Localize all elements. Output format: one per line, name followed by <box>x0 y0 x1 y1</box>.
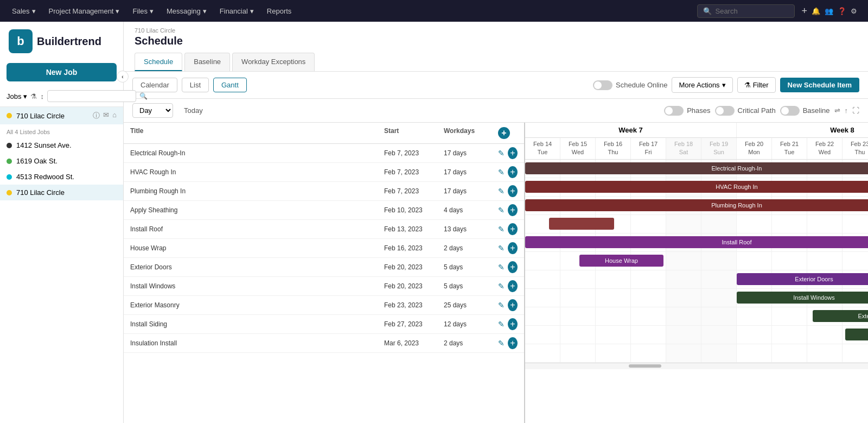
gantt-bar[interactable]: Exterior Doors <box>737 273 868 285</box>
calendar-view-button[interactable]: Calendar <box>132 78 177 92</box>
all-jobs-label: All 4 Listed Jobs <box>0 124 123 137</box>
gantt-bar[interactable] <box>549 218 614 230</box>
gantt-chart-row <box>525 326 868 344</box>
day-background <box>772 215 807 233</box>
gantt-bar[interactable]: Install Windows <box>737 292 868 304</box>
gantt-bar[interactable]: Install Roof <box>525 236 868 248</box>
scrollbar-thumb[interactable] <box>629 364 661 368</box>
gantt-bar[interactable] <box>845 329 868 340</box>
nav-messaging[interactable]: Messaging ▾ <box>161 5 212 17</box>
collapse-sidebar-button[interactable]: ‹ <box>117 71 129 83</box>
add-sub-item-button[interactable]: + <box>508 261 518 273</box>
add-sub-item-button[interactable]: + <box>508 299 518 311</box>
help-icon[interactable]: ❓ <box>838 7 846 15</box>
schedule-online-switch[interactable] <box>593 80 612 90</box>
baseline-switch[interactable] <box>780 106 800 116</box>
add-sub-item-button[interactable]: + <box>508 337 518 349</box>
settings-icon[interactable]: ⚙ <box>851 7 857 15</box>
edit-icon[interactable]: ✎ <box>498 168 505 176</box>
gantt-bar[interactable]: Plumbing Rough In <box>525 199 868 211</box>
critical-path-switch[interactable] <box>715 106 735 116</box>
day-background <box>701 307 737 325</box>
filter-button[interactable]: ⚗ Filter <box>737 77 776 93</box>
new-schedule-item-button[interactable]: New Schedule Item <box>780 78 859 92</box>
day-background <box>525 252 560 270</box>
edit-icon[interactable]: ✎ <box>498 339 505 348</box>
gantt-bar[interactable]: HVAC Rough In <box>525 181 868 193</box>
nav-files[interactable]: Files ▾ <box>127 5 158 17</box>
gantt-bar[interactable]: House Wrap <box>579 255 663 267</box>
sidebar-search-icon: 🔍 <box>139 92 148 100</box>
message-icon[interactable]: ✉ <box>103 111 109 121</box>
job-item-3[interactable]: 4513 Redwood St. <box>0 169 123 185</box>
job-item-1[interactable]: 1412 Sunset Ave. <box>0 137 123 153</box>
edit-icon[interactable]: ✎ <box>498 187 505 195</box>
edit-icon[interactable]: ✎ <box>498 149 505 157</box>
day-background <box>807 344 843 362</box>
edit-icon[interactable]: ✎ <box>498 225 505 233</box>
tab-workday-exceptions[interactable]: Workday Exceptions <box>232 53 315 71</box>
info-icon[interactable]: ⓘ <box>93 111 100 121</box>
edit-icon[interactable]: ✎ <box>498 244 505 252</box>
nav-action-icons: + 🔔 👥 ❓ ⚙ <box>797 5 861 17</box>
add-item-button[interactable]: + <box>498 127 510 139</box>
jobs-dropdown[interactable]: Jobs ▾ <box>7 92 27 100</box>
more-actions-button[interactable]: More Actions ▾ <box>672 77 732 93</box>
plus-icon[interactable]: + <box>801 5 807 17</box>
col-start: Start <box>384 127 444 139</box>
day-background <box>666 289 701 307</box>
add-sub-item-button[interactable]: + <box>508 147 518 159</box>
nav-project-management[interactable]: Project Management ▾ <box>43 5 125 17</box>
bell-icon[interactable]: 🔔 <box>812 7 820 15</box>
day-cell: Feb 18Sat <box>666 138 701 159</box>
tab-baseline[interactable]: Baseline <box>184 53 230 71</box>
add-sub-item-button[interactable]: + <box>508 185 518 197</box>
team-icon[interactable]: 👥 <box>825 7 833 15</box>
job-item-4[interactable]: 710 Lilac Circle <box>0 185 123 200</box>
sort-icon[interactable]: ↕ <box>40 92 44 100</box>
sidebar: b Buildertrend ‹ New Job Jobs ▾ ⚗ ↕ 🔍 71… <box>0 22 124 423</box>
active-job-row[interactable]: 710 Lilac Circle ⓘ ✉ ⌂ <box>0 107 123 124</box>
day-select[interactable]: Day Week Month <box>132 103 173 118</box>
edit-icon[interactable]: ✎ <box>498 206 505 214</box>
edit-icon[interactable]: ✎ <box>498 320 505 329</box>
add-sub-item-button[interactable]: + <box>508 280 518 292</box>
breadcrumb: 710 Lilac Circle <box>135 27 857 34</box>
table-row: Plumbing Rough In Feb 7, 2023 17 days ✎ … <box>124 182 524 201</box>
edit-icon[interactable]: ✎ <box>498 282 505 291</box>
edit-icon[interactable]: ✎ <box>498 263 505 272</box>
logo-icon: b <box>9 29 33 53</box>
job-item-2[interactable]: 1619 Oak St. <box>0 153 123 169</box>
list-view-button[interactable]: List <box>182 78 209 92</box>
day-background <box>525 326 560 344</box>
today-button[interactable]: Today <box>177 104 209 117</box>
nav-financial[interactable]: Financial ▾ <box>214 5 259 17</box>
search-input[interactable] <box>715 7 786 15</box>
home-icon[interactable]: ⌂ <box>112 111 117 121</box>
new-job-button[interactable]: New Job <box>7 63 117 81</box>
nav-reports[interactable]: Reports <box>261 5 297 17</box>
add-sub-item-button[interactable]: + <box>508 223 518 235</box>
add-sub-item-button[interactable]: + <box>508 204 518 216</box>
page-tabs: Schedule Baseline Workday Exceptions <box>135 53 857 71</box>
edit-icon[interactable]: ✎ <box>498 301 505 310</box>
add-sub-item-button[interactable]: + <box>508 166 518 178</box>
gantt-view-button[interactable]: Gantt <box>213 78 247 92</box>
day-background <box>560 289 596 307</box>
sidebar-search-input[interactable] <box>47 90 136 102</box>
filter-icon[interactable]: ⚗ <box>30 92 37 100</box>
gantt-rows-container: Electrical Rough-In Feb 7, 2023 17 days … <box>124 144 524 353</box>
expand-icon[interactable]: ⛶ <box>852 106 859 115</box>
share-icon[interactable]: ↑ <box>845 106 848 115</box>
nav-sales[interactable]: Sales ▾ <box>7 5 41 17</box>
add-sub-item-button[interactable]: + <box>508 318 518 330</box>
sidebar-logo: b Buildertrend <box>0 22 123 59</box>
add-sub-item-button[interactable]: + <box>508 242 518 254</box>
gantt-bar[interactable]: Exterior Masonry <box>813 310 868 322</box>
settings-sliders-icon[interactable]: ⇌ <box>834 106 840 115</box>
phases-switch[interactable] <box>664 106 684 116</box>
gantt-bar[interactable]: Electrical Rough-In <box>525 162 868 174</box>
tab-schedule[interactable]: Schedule <box>135 53 182 71</box>
day-background <box>807 215 843 233</box>
day-background <box>772 252 807 270</box>
